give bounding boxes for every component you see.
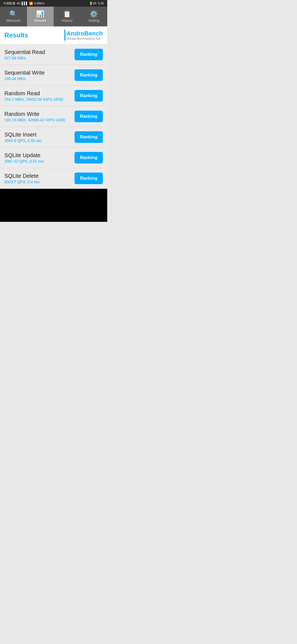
brand-text-block: AndroBench Storage Benchmarking Tool bbox=[67, 30, 103, 40]
result-item: SQLite Update 3987.12 QPS, 0.51 sec Rank… bbox=[0, 148, 107, 168]
brand-name-black: Andro bbox=[67, 30, 84, 37]
result-info-6: SQLite Delete 5003.7 QPS, 0.4 sec bbox=[4, 173, 75, 184]
tab-setting-label: Setting bbox=[88, 18, 99, 23]
result-value-3: 160.15 MB/s, 40999.42 IOPS (4KB) bbox=[4, 118, 75, 122]
result-info-4: SQLite Insert 3563.9 QPS, 0.56 sec bbox=[4, 132, 75, 143]
result-name-4: SQLite Insert bbox=[4, 132, 75, 138]
network-speed: 0.99K/s bbox=[34, 2, 44, 5]
result-value-6: 5003.7 QPS, 0.4 sec bbox=[4, 180, 75, 184]
result-info-5: SQLite Update 3987.12 QPS, 0.51 sec bbox=[4, 152, 75, 163]
page-title: Results bbox=[4, 31, 28, 39]
result-item: SQLite Insert 3563.9 QPS, 0.56 sec Ranki… bbox=[0, 127, 107, 148]
ranking-button-3[interactable]: Ranking bbox=[75, 111, 103, 122]
result-name-2: Random Read bbox=[4, 90, 75, 97]
result-item: Random Read 154.1 MB/s, 39452.04 IOPS (4… bbox=[0, 86, 107, 106]
result-name-1: Sequential Write bbox=[4, 70, 75, 76]
tab-results-label: Results bbox=[34, 18, 46, 23]
ranking-button-5[interactable]: Ranking bbox=[75, 152, 103, 163]
result-info-2: Random Read 154.1 MB/s, 39452.04 IOPS (4… bbox=[4, 90, 75, 102]
brand-subtitle: Storage Benchmarking Tool bbox=[67, 37, 103, 40]
tab-history[interactable]: 📋 History bbox=[54, 7, 81, 26]
tab-results[interactable]: 📊 Results bbox=[27, 7, 54, 26]
ranking-button-0[interactable]: Ranking bbox=[75, 49, 103, 60]
brand-name-blue: Bench bbox=[84, 30, 103, 37]
result-info-0: Sequential Read 827.68 MB/s bbox=[4, 49, 75, 60]
ranking-button-4[interactable]: Ranking bbox=[75, 131, 103, 143]
result-item: Random Write 160.15 MB/s, 40999.42 IOPS … bbox=[0, 106, 107, 127]
ranking-button-2[interactable]: Ranking bbox=[75, 90, 103, 102]
ranking-button-6[interactable]: Ranking bbox=[75, 173, 103, 184]
tab-setting[interactable]: ⚙️ Setting bbox=[81, 7, 108, 26]
result-value-5: 3987.12 QPS, 0.51 sec bbox=[4, 159, 75, 163]
battery-icon: 🔋65 bbox=[89, 2, 96, 5]
result-value-1: 195.44 MB/s bbox=[4, 77, 75, 81]
result-info-1: Sequential Write 195.44 MB/s bbox=[4, 70, 75, 81]
measure-icon: 🔍 bbox=[9, 11, 18, 17]
tab-measure-label: Measure bbox=[6, 18, 20, 23]
status-left: 中国联通 4G ▌▌▌ 📶 0.99K/s bbox=[3, 1, 44, 6]
result-value-2: 154.1 MB/s, 39452.04 IOPS (4KB) bbox=[4, 97, 75, 102]
page-header: Results AndroBench Storage Benchmarking … bbox=[0, 26, 107, 44]
signal-bars: ▌▌▌ bbox=[22, 2, 28, 5]
result-item: Sequential Write 195.44 MB/s Ranking bbox=[0, 65, 107, 86]
brand-logo: AndroBench Storage Benchmarking Tool bbox=[64, 30, 103, 41]
bottom-bar bbox=[0, 189, 107, 222]
status-bar: 中国联通 4G ▌▌▌ 📶 0.99K/s 🔋65 5:35 bbox=[0, 0, 107, 7]
result-item: SQLite Delete 5003.7 QPS, 0.4 sec Rankin… bbox=[0, 168, 107, 189]
setting-icon: ⚙️ bbox=[90, 11, 98, 17]
brand-name: AndroBench bbox=[67, 30, 103, 37]
tab-measure[interactable]: 🔍 Measure bbox=[0, 7, 27, 26]
result-name-3: Random Write bbox=[4, 111, 75, 117]
results-list: Sequential Read 827.68 MB/s Ranking Sequ… bbox=[0, 44, 107, 189]
carrier-text: 中国联通 bbox=[3, 1, 15, 6]
tab-history-label: History bbox=[62, 18, 73, 23]
result-value-4: 3563.9 QPS, 0.56 sec bbox=[4, 138, 75, 143]
result-value-0: 827.68 MB/s bbox=[4, 56, 75, 60]
ranking-button-1[interactable]: Ranking bbox=[75, 69, 103, 81]
result-name-0: Sequential Read bbox=[4, 49, 75, 55]
nav-tabs: 🔍 Measure 📊 Results 📋 History ⚙️ Setting bbox=[0, 7, 107, 26]
results-icon: 📊 bbox=[36, 11, 44, 17]
clock: 5:35 bbox=[98, 2, 104, 5]
status-right: 🔋65 5:35 bbox=[89, 2, 104, 5]
wifi-icon: 📶 bbox=[29, 2, 33, 5]
brand-bar-accent bbox=[64, 30, 65, 41]
result-info-3: Random Write 160.15 MB/s, 40999.42 IOPS … bbox=[4, 111, 75, 122]
result-name-6: SQLite Delete bbox=[4, 173, 75, 179]
history-icon: 📋 bbox=[63, 11, 71, 17]
result-item: Sequential Read 827.68 MB/s Ranking bbox=[0, 44, 107, 65]
signal-type: 4G bbox=[16, 2, 21, 5]
result-name-5: SQLite Update bbox=[4, 152, 75, 159]
